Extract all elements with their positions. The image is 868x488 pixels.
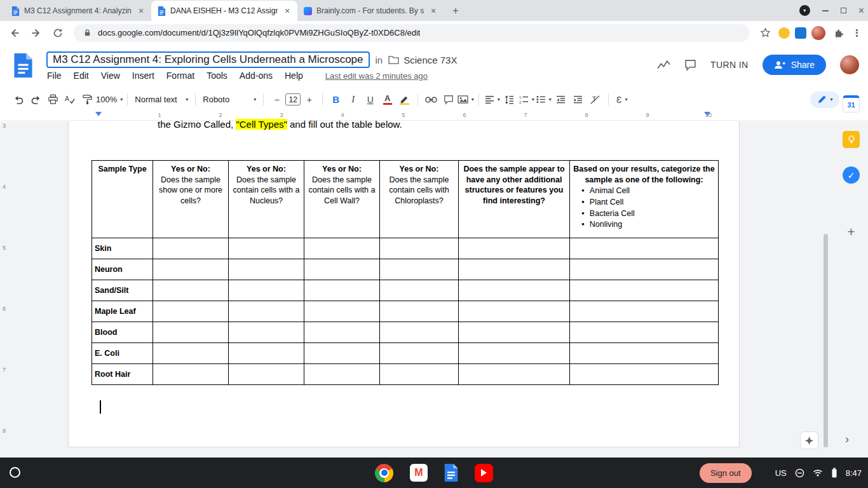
explore-button[interactable] bbox=[800, 431, 818, 449]
header-categorize[interactable]: Based on your results, categorize the sa… bbox=[570, 161, 719, 238]
row-label-cell[interactable]: Maple Leaf bbox=[92, 301, 153, 322]
document-page[interactable]: the Gizmo Called, "Cell Types" and fill … bbox=[68, 121, 740, 447]
font-size-input[interactable]: 12 bbox=[285, 93, 301, 105]
tab-close-icon[interactable]: × bbox=[282, 6, 292, 16]
bold-button[interactable]: B bbox=[327, 92, 344, 108]
menu-addons[interactable]: Add-ons bbox=[240, 71, 273, 81]
menu-tools[interactable]: Tools bbox=[207, 71, 227, 81]
table-cell[interactable] bbox=[153, 364, 229, 385]
menu-format[interactable]: Format bbox=[166, 71, 194, 81]
back-button[interactable] bbox=[6, 25, 23, 41]
row-label-cell[interactable]: Skin bbox=[92, 238, 153, 259]
status-area[interactable]: Sign out US 8:47 bbox=[700, 458, 862, 488]
horizontal-ruler[interactable]: 1 2 3 4 5 6 7 8 9 10 bbox=[0, 110, 868, 121]
table-cell[interactable] bbox=[153, 343, 229, 364]
tab-close-icon[interactable]: × bbox=[428, 6, 438, 16]
table-cell[interactable] bbox=[229, 238, 304, 259]
table-cell[interactable] bbox=[229, 364, 304, 385]
table-cell[interactable] bbox=[570, 238, 719, 259]
table-cell[interactable] bbox=[570, 301, 719, 322]
paragraph-style-select[interactable]: Normal text▾ bbox=[132, 92, 191, 108]
table-cell[interactable] bbox=[153, 259, 229, 280]
menu-view[interactable]: View bbox=[101, 71, 120, 81]
table-cell[interactable] bbox=[570, 322, 719, 343]
text-color-button[interactable]: A bbox=[379, 92, 396, 108]
table-cell[interactable] bbox=[459, 238, 570, 259]
table-cell[interactable] bbox=[459, 259, 570, 280]
row-label-cell[interactable]: Sand/Silt bbox=[92, 280, 153, 301]
document-title-input[interactable]: M3 C12 Assignment 4: Exploring Cells Und… bbox=[46, 51, 370, 68]
keyboard-layout-indicator[interactable]: US bbox=[775, 468, 787, 478]
numbered-list-button[interactable]: ▾ bbox=[518, 92, 535, 108]
tasks-icon[interactable]: ✓ bbox=[843, 166, 860, 184]
clock[interactable]: 8:47 bbox=[846, 468, 862, 478]
header-shows-cells[interactable]: Yes or No: Does the sample show one or m… bbox=[153, 161, 229, 238]
keep-icon[interactable] bbox=[843, 131, 860, 148]
table-cell[interactable] bbox=[229, 259, 304, 280]
browser-tab-3[interactable]: Brainly.com - For students. By st × bbox=[297, 1, 444, 21]
underline-button[interactable]: U bbox=[362, 92, 379, 108]
table-cell[interactable] bbox=[459, 301, 570, 322]
share-button[interactable]: Share bbox=[763, 55, 826, 75]
table-cell[interactable] bbox=[229, 322, 304, 343]
editing-mode-button[interactable]: ▾ bbox=[810, 92, 839, 108]
spellcheck-button[interactable] bbox=[62, 92, 79, 108]
table-cell[interactable] bbox=[570, 259, 719, 280]
table-cell[interactable] bbox=[459, 343, 570, 364]
add-panel-icon[interactable]: + bbox=[843, 223, 860, 240]
forward-button[interactable] bbox=[28, 25, 44, 41]
table-cell[interactable] bbox=[229, 280, 304, 301]
font-size-increase-button[interactable]: + bbox=[301, 92, 318, 108]
font-select[interactable]: Roboto▾ bbox=[200, 92, 259, 108]
media-controls-icon[interactable]: ▾ bbox=[799, 5, 810, 16]
table-cell[interactable] bbox=[380, 238, 459, 259]
comment-history-icon[interactable] bbox=[684, 59, 696, 71]
launcher-button[interactable] bbox=[10, 467, 20, 478]
redo-button[interactable] bbox=[27, 92, 44, 108]
indent-marker[interactable] bbox=[95, 112, 102, 116]
url-bar[interactable]: docs.google.com/document/d/1Qj3z9IlYqOlQ… bbox=[74, 24, 749, 42]
insert-link-button[interactable] bbox=[423, 92, 440, 108]
table-cell[interactable] bbox=[153, 280, 229, 301]
extension-icon-2[interactable] bbox=[795, 27, 806, 39]
docs-logo[interactable] bbox=[14, 53, 32, 78]
extensions-button[interactable] bbox=[831, 25, 847, 41]
header-sample-type[interactable]: Sample Type bbox=[92, 161, 153, 238]
intro-paragraph[interactable]: the Gizmo Called, "Cell Types" and fill … bbox=[158, 119, 402, 130]
menu-edit[interactable]: Edit bbox=[74, 71, 89, 81]
menu-file[interactable]: File bbox=[47, 71, 62, 81]
close-icon[interactable]: × bbox=[858, 6, 864, 16]
table-cell[interactable] bbox=[153, 301, 229, 322]
decrease-indent-button[interactable] bbox=[552, 92, 569, 108]
undo-button[interactable] bbox=[10, 92, 27, 108]
table-cell[interactable] bbox=[570, 280, 719, 301]
extension-icon-1[interactable] bbox=[778, 27, 790, 39]
line-spacing-button[interactable] bbox=[501, 92, 518, 108]
minimize-icon[interactable] bbox=[822, 10, 829, 11]
header-other-structures[interactable]: Does the sample appear to have any other… bbox=[459, 161, 570, 238]
table-cell[interactable] bbox=[153, 322, 229, 343]
table-cell[interactable] bbox=[304, 364, 380, 385]
last-edit-link[interactable]: Last edit was 2 minutes ago bbox=[325, 71, 428, 81]
menu-insert[interactable]: Insert bbox=[132, 71, 154, 81]
browser-tab-2-active[interactable]: DANA EISHEH - M3 C12 Assign × bbox=[151, 1, 297, 21]
row-label-cell[interactable]: E. Coli bbox=[92, 343, 153, 364]
docs-app-icon[interactable] bbox=[444, 464, 458, 482]
clear-formatting-button[interactable] bbox=[587, 92, 604, 108]
document-activity-icon[interactable] bbox=[657, 60, 670, 71]
table-cell[interactable] bbox=[570, 364, 719, 385]
browser-tab-1[interactable]: M3 C12 Assignment 4: Analyzin × bbox=[5, 1, 151, 21]
new-tab-button[interactable]: + bbox=[447, 3, 464, 19]
youtube-app-icon[interactable] bbox=[475, 464, 493, 482]
scrollbar-thumb[interactable] bbox=[824, 234, 828, 447]
table-cell[interactable] bbox=[304, 301, 380, 322]
header-nucleus[interactable]: Yes or No: Does the sample contain cells… bbox=[229, 161, 304, 238]
browser-menu-icon[interactable]: ⋮ bbox=[852, 27, 862, 39]
tab-close-icon[interactable]: × bbox=[136, 6, 146, 16]
italic-button[interactable]: I bbox=[344, 92, 362, 108]
calendar-icon[interactable]: 31 bbox=[843, 95, 860, 112]
account-avatar[interactable] bbox=[840, 55, 859, 74]
bulleted-list-button[interactable]: ▾ bbox=[535, 92, 552, 108]
header-cell-wall[interactable]: Yes or No: Does the sample contain cells… bbox=[304, 161, 380, 238]
row-label-cell[interactable]: Root Hair bbox=[92, 364, 153, 385]
